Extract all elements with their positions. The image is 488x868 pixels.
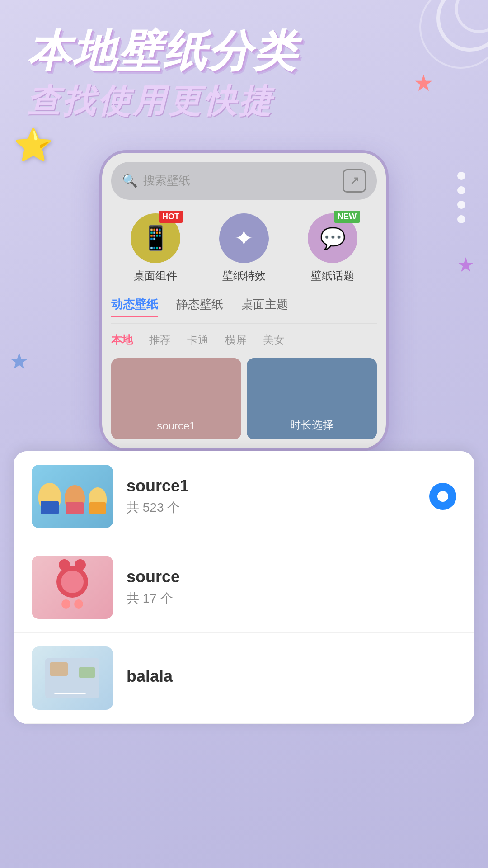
topic-icon: 💬 (320, 226, 346, 250)
source1-count: 共 523 个 (127, 499, 416, 516)
source2-count: 共 17 个 (127, 590, 456, 607)
tab-theme[interactable]: 桌面主题 (241, 297, 288, 317)
subtab-recommend[interactable]: 推荐 (149, 333, 171, 347)
phone-mockup: 🔍 搜索壁纸 ↗ 📱 HOT 桌面组件 ✦ (99, 150, 389, 451)
wallpaper-source1[interactable]: source1 (111, 358, 241, 439)
source1-name: source1 (127, 476, 416, 495)
source2-thumbnail (32, 556, 113, 619)
topic-icon-wrap: 💬 NEW (308, 213, 357, 263)
dots-decoration (457, 172, 465, 223)
tab-static[interactable]: 静态壁纸 (176, 297, 223, 317)
desk-icon-wrap: 📱 HOT (131, 213, 180, 263)
topic-label: 壁纸话题 (311, 269, 354, 283)
source1-info: source1 共 523 个 (127, 476, 416, 516)
category-row: 📱 HOT 桌面组件 ✦ 壁纸特效 💬 NEW (111, 213, 377, 283)
search-bar[interactable]: 🔍 搜索壁纸 ↗ (111, 162, 377, 200)
hero-section: 本地壁纸分类 查找使用更快捷 (0, 0, 488, 141)
category-topic[interactable]: 💬 NEW 壁纸话题 (308, 213, 357, 283)
hot-badge: HOT (159, 211, 183, 223)
wallpaper-source1-label: source1 (157, 420, 195, 432)
search-icon: 🔍 (122, 173, 138, 188)
main-tabs: 动态壁纸 静态壁纸 桌面主题 (111, 297, 377, 324)
effect-icon: ✦ (234, 225, 254, 252)
source1-thumbnail (32, 465, 113, 528)
subtab-beauty[interactable]: 美女 (263, 333, 285, 347)
effect-icon-wrap: ✦ (219, 213, 269, 263)
source-item-3[interactable]: balala (14, 633, 474, 724)
source1-radio[interactable] (429, 483, 456, 510)
wallpaper-duration[interactable]: 时长选择 (247, 358, 377, 439)
source-item-2[interactable]: source 共 17 个 (14, 542, 474, 633)
source1-radio-inner (437, 491, 448, 502)
hero-title-sub: 查找使用更快捷 (27, 80, 461, 123)
subtab-cartoon[interactable]: 卡通 (187, 333, 209, 347)
category-effect[interactable]: ✦ 壁纸特效 (219, 213, 269, 283)
wallpaper-duration-label: 时长选择 (290, 418, 333, 432)
hero-title-main: 本地壁纸分类 (27, 27, 461, 75)
star-purple-icon: ★ (457, 253, 474, 276)
source3-info: balala (127, 667, 456, 689)
tab-dynamic[interactable]: 动态壁纸 (111, 297, 158, 317)
sub-tabs: 本地 推荐 卡通 横屏 美女 (111, 333, 377, 347)
export-button[interactable]: ↗ (343, 169, 366, 193)
category-desk[interactable]: 📱 HOT 桌面组件 (131, 213, 180, 283)
star-blue-icon: ★ (9, 348, 29, 374)
wallpaper-grid: source1 时长选择 (111, 358, 377, 439)
search-placeholder-text: 搜索壁纸 (143, 173, 337, 189)
subtab-local[interactable]: 本地 (111, 333, 133, 347)
source3-name: balala (127, 667, 456, 686)
effect-label: 壁纸特效 (222, 269, 266, 283)
new-badge: NEW (334, 211, 360, 223)
source3-thumbnail (32, 646, 113, 710)
source-item-1[interactable]: source1 共 523 个 (14, 451, 474, 542)
source2-info: source 共 17 个 (127, 567, 456, 607)
subtab-landscape[interactable]: 横屏 (225, 333, 247, 347)
bottom-sheet: source1 共 523 个 (14, 451, 474, 724)
source2-name: source (127, 567, 456, 586)
desk-icon: 📱 (141, 224, 170, 252)
desk-label: 桌面组件 (134, 269, 177, 283)
